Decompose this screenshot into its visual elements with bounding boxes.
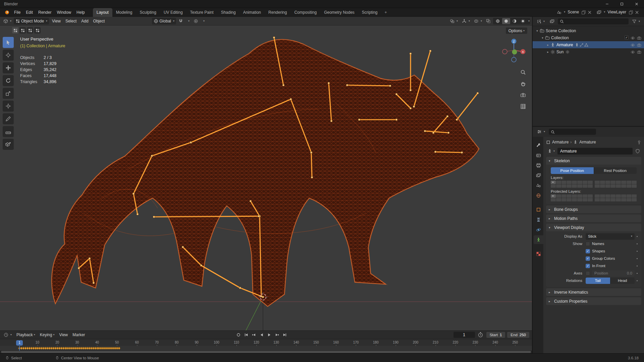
close-button[interactable]: [629, 0, 644, 8]
armature-layer-cell[interactable]: [632, 181, 637, 184]
armature-layer-cell[interactable]: [561, 184, 567, 188]
snap-settings-dropdown[interactable]: ▾: [185, 18, 191, 24]
hide-toggle[interactable]: [631, 42, 635, 47]
tool-move[interactable]: [3, 62, 14, 73]
scene-selector[interactable]: ▾ Scene: [557, 10, 592, 15]
armature-layer-cell[interactable]: [572, 184, 577, 188]
armature-layer-cell[interactable]: [616, 194, 621, 198]
armature-layer-cell[interactable]: [567, 198, 572, 201]
armature-layer-cell[interactable]: [583, 194, 588, 198]
armature-layer-cell[interactable]: [616, 198, 621, 201]
armature-layer-cell[interactable]: [610, 181, 615, 184]
timeline-menu-keying[interactable]: Keying▾: [38, 333, 57, 337]
panel-header-skeleton[interactable]: ▾Skeleton: [546, 157, 641, 165]
armature-layer-cell[interactable]: [588, 184, 593, 188]
panel-header-bone-groups[interactable]: ▸Bone Groups: [546, 205, 641, 213]
gizmo-y-axis[interactable]: [512, 50, 517, 55]
gizmo-negative-x[interactable]: [502, 49, 507, 54]
armature-layer-cell[interactable]: [572, 194, 577, 198]
axes-position-slider[interactable]: Position 0.0: [592, 270, 635, 277]
outliner-row-sun[interactable]: ▸Sun: [533, 48, 644, 55]
armature-layer-cell[interactable]: [627, 194, 632, 198]
armature-layer-cell[interactable]: [621, 181, 626, 184]
select-mode-option-2[interactable]: [19, 27, 26, 34]
keyframe-diamond[interactable]: [118, 347, 120, 350]
armature-layer-cell[interactable]: [561, 181, 567, 184]
timeline-menu-playback[interactable]: Playback▾: [14, 333, 38, 337]
armature-layer-cell[interactable]: [583, 181, 588, 184]
render-visibility-toggle[interactable]: [637, 42, 641, 47]
armature-layer-cell[interactable]: [567, 181, 572, 184]
armature-layer-cell[interactable]: [595, 198, 600, 201]
new-scene-button[interactable]: [581, 10, 586, 15]
play-button[interactable]: [266, 331, 273, 338]
checkbox-names[interactable]: [586, 242, 590, 246]
armature-layer-cell[interactable]: [610, 184, 615, 188]
armature-layer-cell[interactable]: [616, 181, 621, 184]
workspace-tab-modeling[interactable]: Modeling: [112, 8, 136, 17]
workspace-tab-layout[interactable]: Layout: [93, 8, 112, 17]
display-as-dropdown[interactable]: Stick▾: [586, 233, 635, 240]
minimize-button[interactable]: [600, 0, 614, 8]
animate-dot[interactable]: [635, 258, 639, 259]
pin-id-button[interactable]: [637, 140, 641, 144]
outliner-row-collection[interactable]: ▾Collection✓: [533, 34, 644, 41]
jump-to-start-button[interactable]: [243, 331, 250, 338]
editor-type-button[interactable]: ▾: [2, 18, 13, 24]
armature-layer-cell[interactable]: [577, 181, 582, 184]
id-type-button[interactable]: ▾: [546, 148, 556, 155]
snap-toggle[interactable]: [177, 18, 185, 24]
armature-layer-cell[interactable]: [621, 198, 626, 201]
exclude-checkbox[interactable]: ✓: [625, 36, 629, 40]
properties-tab-object[interactable]: [534, 205, 543, 214]
shading-material-button[interactable]: [511, 18, 519, 24]
checkbox-in-front[interactable]: ✓: [586, 264, 590, 268]
render-visibility-toggle[interactable]: [637, 49, 641, 54]
unlink-scene-button[interactable]: [587, 10, 592, 15]
properties-tab-scene[interactable]: [534, 181, 543, 190]
maximize-button[interactable]: [614, 0, 629, 8]
armature-layer-cell[interactable]: [621, 184, 626, 188]
viewlayer-name[interactable]: ViewLayer: [607, 10, 626, 14]
armature-layer-cell[interactable]: [588, 194, 593, 198]
pose-position-button[interactable]: Pose Position: [551, 167, 594, 174]
armature-layer-cell[interactable]: [605, 198, 610, 201]
jump-to-end-button[interactable]: [281, 331, 288, 338]
editor-type-button[interactable]: ▾: [535, 128, 547, 135]
viewport-menu-select[interactable]: Select: [63, 17, 79, 25]
checkbox-shapes[interactable]: ✓: [586, 249, 590, 253]
object-visibility-dropdown[interactable]: ▾: [448, 18, 460, 24]
proportional-editing-toggle[interactable]: [192, 18, 200, 24]
play-reverse-button[interactable]: [258, 331, 265, 338]
menu-edit[interactable]: Edit: [23, 8, 36, 17]
menu-window[interactable]: Window: [54, 8, 74, 17]
panel-header-custom-properties[interactable]: ▸Custom Properties: [546, 297, 641, 305]
navigation-gizmo[interactable]: Z X: [500, 36, 528, 64]
datablock-name-field[interactable]: Armature: [557, 148, 633, 155]
workspace-tab-scripting[interactable]: Scripting: [358, 8, 381, 17]
tool-measure[interactable]: [3, 126, 14, 137]
select-mode-option-4[interactable]: [34, 27, 41, 34]
properties-tab-output[interactable]: [534, 161, 543, 170]
tool-scale[interactable]: [3, 88, 14, 99]
disclosure-right-icon[interactable]: ▸: [545, 43, 550, 47]
editor-type-button[interactable]: ▾: [2, 331, 13, 338]
armature-layer-cell[interactable]: [632, 184, 637, 188]
creature-mesh[interactable]: [52, 40, 479, 306]
animate-dot[interactable]: [635, 243, 639, 244]
head-button[interactable]: Head: [610, 278, 635, 284]
armature-layer-cell[interactable]: [600, 184, 605, 188]
armature-layer-cell[interactable]: [556, 184, 561, 188]
armature-layer-cell[interactable]: [551, 198, 556, 201]
armature-layer-cell[interactable]: [595, 181, 600, 184]
rest-position-button[interactable]: Rest Position: [594, 167, 637, 174]
properties-tab-view-layer[interactable]: [534, 171, 543, 180]
armature-layer-cell[interactable]: [610, 194, 615, 198]
use-preview-range-toggle[interactable]: [477, 331, 484, 339]
properties-tab-tool[interactable]: [534, 141, 543, 149]
tool-annotate[interactable]: [3, 113, 14, 124]
properties-tab-texture[interactable]: [534, 249, 543, 258]
armature-layer-cell[interactable]: [577, 194, 582, 198]
camera-view-button[interactable]: [519, 91, 527, 99]
workspace-tab-texture-paint[interactable]: Texture Paint: [186, 8, 217, 17]
